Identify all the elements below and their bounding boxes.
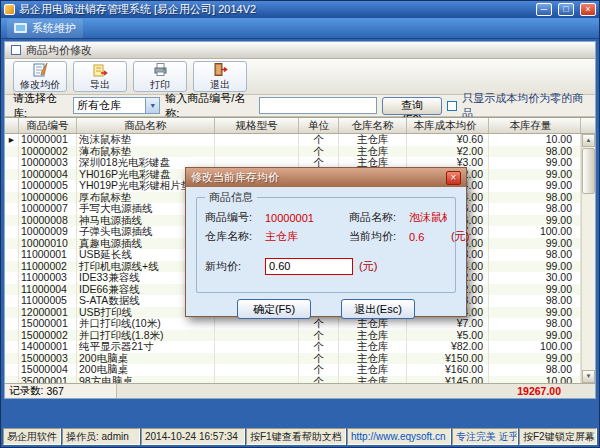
table-cell: 99.00: [489, 307, 581, 319]
dialog-title: 修改当前库存均价: [191, 170, 279, 185]
record-count-value: 367: [46, 385, 64, 397]
grid-footer: 记录数: 367 19267.00: [5, 383, 595, 398]
app-title: 易企用电脑进销存管理系统 [易企用公司] 2014V2: [19, 2, 530, 17]
table-row[interactable]: 3500000198方电脑桌个主仓库¥145.0010.00: [5, 376, 581, 384]
print-button[interactable]: 打印: [133, 61, 187, 92]
ok-button[interactable]: 确定(F5): [237, 299, 311, 319]
dialog-body: 商品信息 商品编号: 10000001 商品名称: 泡沫鼠标垫 仓库名称: 主仓…: [186, 187, 466, 319]
column-header[interactable]: 规格型号: [215, 118, 299, 133]
scrollbar-thumb[interactable]: [582, 148, 595, 194]
table-cell: 100.00: [489, 341, 581, 353]
export-button[interactable]: 导出: [73, 61, 127, 92]
table-cell: 11000003: [19, 272, 77, 284]
current-price-unit: (元): [451, 229, 469, 244]
app-icon: [4, 4, 15, 15]
exit-button[interactable]: 退出: [193, 61, 247, 92]
vertical-scrollbar[interactable]: ▲ ▼: [581, 134, 595, 383]
close-button[interactable]: ×: [580, 3, 596, 16]
status-help: 按F1键查看帮助文档: [246, 428, 346, 445]
cancel-button[interactable]: 退出(Esc): [341, 299, 415, 319]
table-cell: [215, 146, 299, 158]
table-cell: 15000004: [19, 364, 77, 376]
table-cell: 薄布鼠标垫: [77, 146, 215, 158]
table-cell: 98.00: [489, 192, 581, 204]
maximize-button[interactable]: □: [558, 3, 574, 16]
table-cell: 个: [299, 330, 339, 342]
zero-price-checkbox[interactable]: [447, 101, 457, 111]
table-row[interactable]: ▸10000001泡沫鼠标垫个主仓库¥0.6010.00: [5, 134, 581, 146]
table-row[interactable]: 14000001纯平显示器21寸个主仓库¥82.00100.00: [5, 341, 581, 353]
status-website-link[interactable]: http://www.eqysoft.cn: [347, 428, 451, 445]
row-selector: [5, 353, 19, 365]
table-cell: 200电脑桌: [77, 353, 215, 365]
table-cell: ¥145.00: [407, 376, 489, 384]
menu-strip: 系统维护: [1, 18, 599, 39]
table-row[interactable]: 15000002并口打印线(1.8米)个主仓库¥5.0099.00: [5, 330, 581, 342]
menu-item-label: 系统维护: [32, 21, 76, 36]
scroll-down-icon[interactable]: ▼: [582, 370, 595, 383]
column-header[interactable]: 单位: [299, 118, 339, 133]
row-selector: [5, 272, 19, 284]
row-selector: [5, 295, 19, 307]
table-cell: 10000008: [19, 215, 77, 227]
table-cell: 98.00: [489, 203, 581, 215]
row-selector: [5, 376, 19, 384]
modify-avg-price-button[interactable]: 修改均价: [13, 61, 67, 92]
table-cell: 98方电脑桌: [77, 376, 215, 384]
name-label: 商品名称:: [349, 210, 409, 225]
query-button[interactable]: 查询(F2): [382, 97, 442, 115]
column-header[interactable]: 商品编号: [19, 118, 77, 133]
table-cell: 99.00: [489, 284, 581, 296]
table-cell: 主仓库: [339, 364, 407, 376]
chevron-down-icon[interactable]: ▼: [145, 98, 159, 113]
table-cell: 10000001: [19, 134, 77, 146]
toolbar-button-label: 退出: [210, 78, 230, 92]
table-cell: 200电脑桌: [77, 364, 215, 376]
table-cell: 99.00: [489, 238, 581, 250]
table-cell: 个: [299, 353, 339, 365]
table-cell: 98.00: [489, 318, 581, 330]
table-row[interactable]: 15000004200电脑桌个主仓库¥160.0098.00: [5, 364, 581, 376]
table-row[interactable]: 15000001并口打印线(10米)个主仓库¥7.0098.00: [5, 318, 581, 330]
table-cell: 并口打印线(1.8米): [77, 330, 215, 342]
column-header[interactable]: 本库成本均价: [407, 118, 489, 133]
search-input[interactable]: [259, 97, 377, 114]
exit-icon: [213, 62, 228, 77]
row-selector: [5, 226, 19, 238]
column-header[interactable]: 本库存量: [489, 118, 581, 133]
warehouse-select[interactable]: 所有仓库 ▼: [73, 97, 160, 114]
monitor-icon: [14, 23, 27, 33]
table-cell: [215, 341, 299, 353]
code-label: 商品编号:: [205, 210, 265, 225]
export-icon: [93, 62, 108, 77]
table-cell: 98.00: [489, 364, 581, 376]
table-cell: 个: [299, 146, 339, 158]
table-cell: ¥150.00: [407, 353, 489, 365]
warehouse-selected: 所有仓库: [77, 98, 121, 113]
minimize-button[interactable]: ─: [536, 3, 552, 16]
table-cell: 泡沫鼠标垫: [77, 134, 215, 146]
toolbar-button-label: 打印: [150, 78, 170, 92]
dialog-titlebar: 修改当前库存均价 ×: [186, 168, 466, 187]
menu-item-maintenance[interactable]: 系统维护: [7, 19, 83, 38]
dialog-close-icon[interactable]: ×: [446, 171, 461, 185]
table-row[interactable]: 10000002薄布鼠标垫个主仓库¥2.0098.00: [5, 146, 581, 158]
row-selector: [5, 341, 19, 353]
column-header[interactable]: 商品名称: [77, 118, 215, 133]
column-header[interactable]: 仓库名称: [339, 118, 407, 133]
table-row[interactable]: 15000003200电脑桌个主仓库¥150.0099.00: [5, 353, 581, 365]
dialog-buttons: 确定(F5) 退出(Esc): [196, 293, 456, 319]
scroll-up-icon[interactable]: ▲: [582, 134, 595, 147]
table-cell: 10.00: [489, 376, 581, 384]
table-cell: 99.00: [489, 215, 581, 227]
mdi-title: 商品均价修改: [26, 43, 92, 58]
table-cell: 个: [299, 341, 339, 353]
row-selector: [5, 169, 19, 181]
table-cell: 个: [299, 376, 339, 384]
row-selector: [5, 318, 19, 330]
current-price-label: 当前均价:: [349, 229, 409, 244]
new-price-input[interactable]: [265, 258, 353, 275]
table-cell: ¥5.00: [407, 330, 489, 342]
table-cell: 10000009: [19, 226, 77, 238]
form-icon: [11, 45, 21, 55]
